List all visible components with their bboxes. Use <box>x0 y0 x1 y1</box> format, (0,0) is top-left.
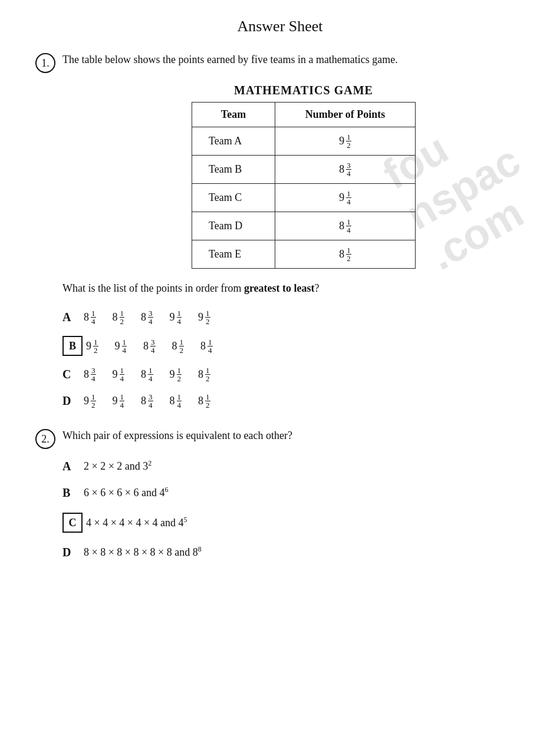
table-row: Team C 9 1 4 <box>192 184 416 212</box>
answer-letter: A <box>62 460 84 473</box>
answer-text: 8 × 8 × 8 × 8 × 8 × 8 and 88 <box>84 546 202 559</box>
table-section: MATHEMATICS GAME Team Number of Points T… <box>83 84 525 269</box>
page-title: Answer Sheet <box>35 18 525 35</box>
answer-letter: A <box>62 311 84 324</box>
table-row: Team D 8 1 4 <box>192 212 416 240</box>
mixed-number: 8 1 4 <box>84 309 96 325</box>
team-points: 8 1 2 <box>275 240 416 269</box>
question-2-text: Which pair of expressions is equivalent … <box>62 428 292 444</box>
mixed-number: 8 3 4 <box>339 161 351 177</box>
mixed-number: 8 1 2 <box>198 367 210 382</box>
mixed-number: 8 3 4 <box>141 309 153 325</box>
mixed-number: 9 1 4 <box>339 190 351 206</box>
answer-choices-q2: A2 × 2 × 2 and 32B6 × 6 × 6 × 6 and 46C4… <box>62 460 525 559</box>
mixed-number: 9 1 4 <box>170 309 182 325</box>
mixed-number: 9 1 2 <box>339 133 351 149</box>
sub-question-1: What is the list of the points in order … <box>62 280 525 296</box>
mixed-number: 8 1 2 <box>113 309 125 325</box>
table-row: Team E 8 1 2 <box>192 240 416 269</box>
answer-content: 9 1 2 9 1 4 8 3 4 8 1 2 8 <box>86 338 213 354</box>
answer-letter: C <box>62 368 84 381</box>
answer-letter: B <box>62 486 84 500</box>
mixed-number: 8 1 4 <box>141 367 153 382</box>
answer-row-q2-a: A2 × 2 × 2 and 32 <box>62 460 525 473</box>
mixed-number: 9 1 2 <box>198 309 210 325</box>
mixed-number: 8 1 2 <box>198 393 210 409</box>
answer-row-d: D 9 1 2 9 1 4 8 3 4 8 1 4 8 <box>62 393 525 409</box>
game-table: Team Number of Points Team A 9 1 2 Team … <box>192 102 416 269</box>
table-row: Team A 9 1 2 <box>192 127 416 156</box>
team-points: 9 1 2 <box>275 127 416 156</box>
answer-text: 6 × 6 × 6 × 6 and 46 <box>84 487 168 499</box>
team-name: Team E <box>192 240 275 269</box>
answer-row-b: B 9 1 2 9 1 4 8 3 4 8 1 2 8 <box>62 336 525 356</box>
answer-row-c: C 8 3 4 9 1 4 8 1 4 9 1 2 8 <box>62 367 525 382</box>
mixed-number: 8 1 2 <box>172 338 185 354</box>
answer-content: 8 3 4 9 1 4 8 1 4 9 1 2 8 <box>84 367 210 382</box>
team-name: Team A <box>192 127 275 156</box>
table-title: MATHEMATICS GAME <box>83 84 525 97</box>
mixed-number: 9 1 2 <box>86 338 98 354</box>
answer-text: 2 × 2 × 2 and 32 <box>84 460 151 473</box>
answer-row-q2-c: C4 × 4 × 4 × 4 × 4 and 45 <box>62 513 525 533</box>
mixed-number: 8 3 4 <box>141 393 153 409</box>
answer-letter: D <box>62 394 84 408</box>
mixed-number: 9 1 2 <box>84 393 96 409</box>
answer-content: 9 1 2 9 1 4 8 3 4 8 1 4 8 <box>84 393 210 409</box>
mixed-number: 8 1 4 <box>339 218 351 234</box>
team-points: 8 3 4 <box>275 156 416 184</box>
mixed-number: 8 1 2 <box>339 246 351 262</box>
mixed-number: 8 1 4 <box>200 338 213 354</box>
question-2: 2. Which pair of expressions is equivale… <box>35 428 525 559</box>
answer-row-q2-d: D8 × 8 × 8 × 8 × 8 × 8 and 88 <box>62 546 525 559</box>
answer-content: 8 1 4 8 1 2 8 3 4 9 1 4 9 <box>84 309 210 325</box>
mixed-number: 8 3 4 <box>84 367 96 382</box>
team-name: Team B <box>192 156 275 184</box>
mixed-number: 8 3 4 <box>143 338 156 354</box>
team-name: Team C <box>192 184 275 212</box>
team-name: Team D <box>192 212 275 240</box>
mixed-number: 9 1 2 <box>170 367 182 382</box>
question-1-number: 1. <box>35 53 55 73</box>
answer-letter: D <box>62 546 84 559</box>
answer-row-q2-b: B6 × 6 × 6 × 6 and 46 <box>62 486 525 500</box>
team-points: 9 1 4 <box>275 184 416 212</box>
question-1: 1. The table below shows the points earn… <box>35 52 525 409</box>
table-row: Team B 8 3 4 <box>192 156 416 184</box>
mixed-number: 9 1 4 <box>113 367 125 382</box>
mixed-number: 9 1 4 <box>115 338 127 354</box>
col-header-points: Number of Points <box>275 103 416 127</box>
team-points: 8 1 4 <box>275 212 416 240</box>
question-1-text: The table below shows the points earned … <box>62 52 398 68</box>
question-2-number: 2. <box>35 429 55 449</box>
mixed-number: 9 1 4 <box>113 393 125 409</box>
answer-letter-boxed: B <box>62 336 83 356</box>
col-header-team: Team <box>192 103 275 127</box>
answer-choices-q1: A 8 1 4 8 1 2 8 3 4 9 1 4 9 <box>62 309 525 409</box>
answer-letter-boxed: C <box>62 513 83 533</box>
answer-row-a: A 8 1 4 8 1 2 8 3 4 9 1 4 9 <box>62 309 525 325</box>
mixed-number: 8 1 4 <box>170 393 182 409</box>
answer-text: 4 × 4 × 4 × 4 × 4 and 45 <box>86 517 187 529</box>
